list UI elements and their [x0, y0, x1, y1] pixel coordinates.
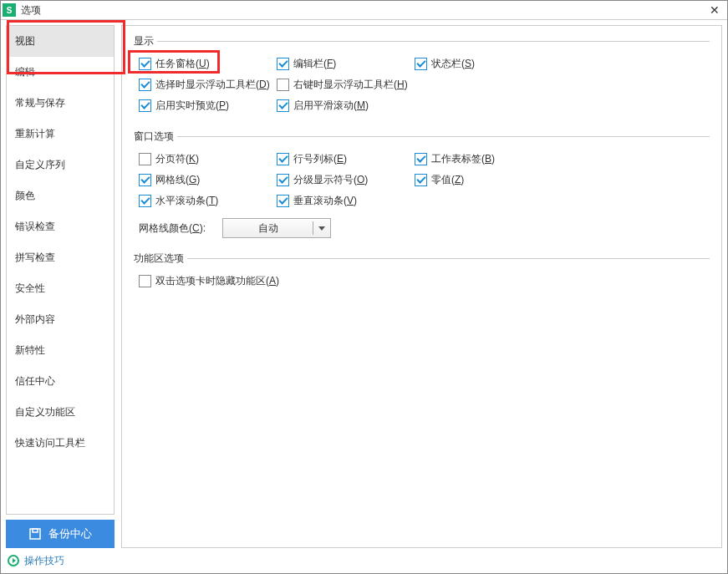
chk-page-break[interactable]: 分页符(K) [139, 152, 199, 166]
chk-hscroll[interactable]: 水平滚动条(T) [139, 194, 218, 208]
sidebar-item-new-features[interactable]: 新特性 [7, 335, 114, 366]
grid-color-label: 网格线颜色(C): [139, 221, 206, 236]
chk-live-preview[interactable]: 启用实时预览(P) [139, 99, 229, 113]
chk-task-pane[interactable]: 任务窗格(U) [139, 57, 210, 71]
chk-status-bar[interactable]: 状态栏(S) [415, 57, 475, 71]
group-window: 窗口选项 分页符(K) 行号列标(E) 工作表标签(B) 网格线(G) 分级显示… [134, 130, 710, 238]
chk-sheet-tabs[interactable]: 工作表标签(B) [415, 152, 495, 166]
group-display-title: 显示 [134, 34, 157, 48]
sidebar-item-label: 快速访问工具栏 [15, 437, 85, 449]
sidebar-item-label: 外部内容 [15, 313, 55, 325]
backup-center-button[interactable]: 备份中心 [6, 520, 115, 548]
group-display: 显示 任务窗格(U) 编辑栏(F) 状态栏(S) 选择时显示浮动工具栏(D) 右… [134, 34, 710, 116]
sidebar-item-label: 重新计算 [15, 128, 55, 140]
svg-rect-1 [33, 529, 38, 532]
tips-link[interactable]: 操作技巧 [24, 554, 64, 568]
sidebar-item-edit[interactable]: 编辑 [7, 57, 114, 88]
group-window-title: 窗口选项 [134, 130, 177, 144]
sidebar-item-custom-lists[interactable]: 自定义序列 [7, 150, 114, 180]
titlebar: S 选项 ✕ [1, 1, 727, 20]
sidebar: 视图 编辑 常规与保存 重新计算 自定义序列 颜色 错误检查 拼写检查 安全性 … [6, 25, 115, 515]
sidebar-item-label: 颜色 [15, 190, 35, 201]
group-ribbon: 功能区选项 双击选项卡时隐藏功能区(A) [134, 251, 710, 293]
sidebar-item-external-content[interactable]: 外部内容 [7, 304, 114, 335]
backup-label: 备份中心 [48, 526, 92, 541]
close-icon[interactable]: ✕ [702, 3, 727, 17]
sidebar-item-label: 自定义序列 [15, 159, 65, 170]
sidebar-item-general-save[interactable]: 常规与保存 [7, 88, 114, 119]
chk-rclick-float-toolbar[interactable]: 右键时显示浮动工具栏(H) [277, 78, 408, 92]
svg-rect-0 [30, 529, 40, 539]
sidebar-item-label: 视图 [15, 35, 35, 47]
chk-zero-values[interactable]: 零值(Z) [415, 173, 464, 187]
sidebar-item-recalc[interactable]: 重新计算 [7, 119, 114, 150]
grid-color-value: 自动 [228, 221, 308, 236]
dialog-title: 选项 [21, 3, 702, 18]
sidebar-item-label: 常规与保存 [15, 97, 65, 109]
group-ribbon-title: 功能区选项 [134, 251, 187, 266]
chk-dblclick-hide-ribbon[interactable]: 双击选项卡时隐藏功能区(A) [139, 274, 279, 288]
sidebar-item-label: 新特性 [15, 344, 45, 356]
chk-row-col-headers[interactable]: 行号列标(E) [277, 152, 347, 166]
chk-smooth-scroll[interactable]: 启用平滑滚动(M) [277, 99, 369, 113]
sidebar-item-quick-access[interactable]: 快速访问工具栏 [7, 428, 114, 459]
app-icon: S [3, 3, 16, 17]
sidebar-item-security[interactable]: 安全性 [7, 273, 114, 304]
chevron-down-icon [318, 226, 325, 231]
footer: 操作技巧 [1, 548, 727, 573]
sidebar-item-error-check[interactable]: 错误检查 [7, 211, 114, 242]
chk-outline-symbols[interactable]: 分级显示符号(O) [277, 173, 368, 187]
backup-icon [28, 527, 42, 541]
chk-sel-float-toolbar[interactable]: 选择时显示浮动工具栏(D) [139, 78, 270, 92]
sidebar-item-label: 安全性 [15, 282, 45, 294]
content-panel: 显示 任务窗格(U) 编辑栏(F) 状态栏(S) 选择时显示浮动工具栏(D) 右… [121, 25, 722, 548]
play-icon [8, 555, 19, 566]
chk-vscroll[interactable]: 垂直滚动条(V) [277, 194, 357, 208]
options-dialog: S 选项 ✕ 视图 编辑 常规与保存 重新计算 自定义序列 颜色 错误检查 拼写… [0, 0, 728, 574]
sidebar-item-label: 错误检查 [15, 221, 55, 232]
sidebar-item-colors[interactable]: 颜色 [7, 180, 114, 211]
sidebar-item-view[interactable]: 视图 [7, 26, 114, 57]
grid-color-select[interactable]: 自动 [222, 218, 331, 238]
sidebar-item-customize-ribbon[interactable]: 自定义功能区 [7, 397, 114, 428]
sidebar-item-label: 信任中心 [15, 375, 55, 387]
sidebar-item-label: 编辑 [15, 66, 35, 78]
sidebar-item-label: 自定义功能区 [15, 406, 75, 418]
chk-edit-bar[interactable]: 编辑栏(F) [277, 57, 336, 71]
sidebar-item-spell-check[interactable]: 拼写检查 [7, 242, 114, 273]
sidebar-item-label: 拼写检查 [15, 251, 55, 263]
chk-gridlines[interactable]: 网格线(G) [139, 173, 200, 187]
sidebar-item-trust-center[interactable]: 信任中心 [7, 366, 114, 397]
